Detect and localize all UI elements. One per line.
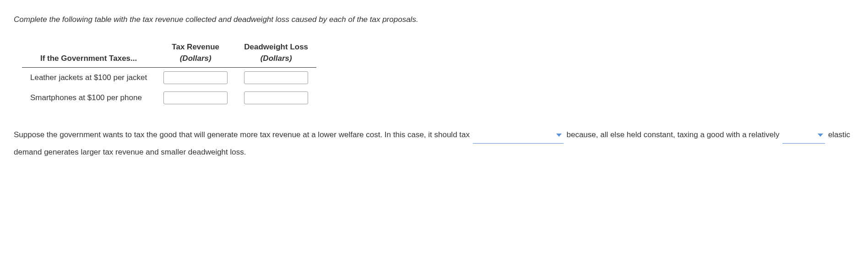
col-header-taxes: If the Government Taxes... xyxy=(22,39,155,68)
chevron-down-icon xyxy=(818,134,823,137)
col-header-dwl-line2: (Dollars) xyxy=(244,53,308,64)
table-row: Smartphones at $100 per phone xyxy=(22,88,316,108)
instruction-text: Complete the following table with the ta… xyxy=(14,14,854,26)
col-header-revenue-line1: Tax Revenue xyxy=(172,43,219,51)
tax-revenue-input[interactable] xyxy=(163,91,228,104)
col-header-dwl: Deadweight Loss (Dollars) xyxy=(236,39,316,68)
col-header-taxes-label: If the Government Taxes... xyxy=(40,54,137,63)
tax-table: If the Government Taxes... Tax Revenue (… xyxy=(22,39,316,108)
row-label: Leather jackets at $100 per jacket xyxy=(22,67,155,88)
row-label: Smartphones at $100 per phone xyxy=(22,88,155,108)
col-header-revenue-line2: (Dollars) xyxy=(163,53,228,64)
paragraph-part1: Suppose the government wants to tax the … xyxy=(14,130,472,139)
col-header-revenue: Tax Revenue (Dollars) xyxy=(155,39,236,68)
paragraph-part2: because, all else held constant, taxing … xyxy=(566,130,781,139)
good-select[interactable] xyxy=(473,126,564,144)
deadweight-loss-input[interactable] xyxy=(244,91,308,104)
table-row: Leather jackets at $100 per jacket xyxy=(22,67,316,88)
col-header-dwl-line1: Deadweight Loss xyxy=(244,43,308,51)
tax-revenue-input[interactable] xyxy=(163,71,228,84)
deadweight-loss-input[interactable] xyxy=(244,71,308,84)
chevron-down-icon xyxy=(556,134,562,137)
fill-paragraph: Suppose the government wants to tax the … xyxy=(14,126,854,161)
elasticity-select[interactable] xyxy=(782,126,825,144)
